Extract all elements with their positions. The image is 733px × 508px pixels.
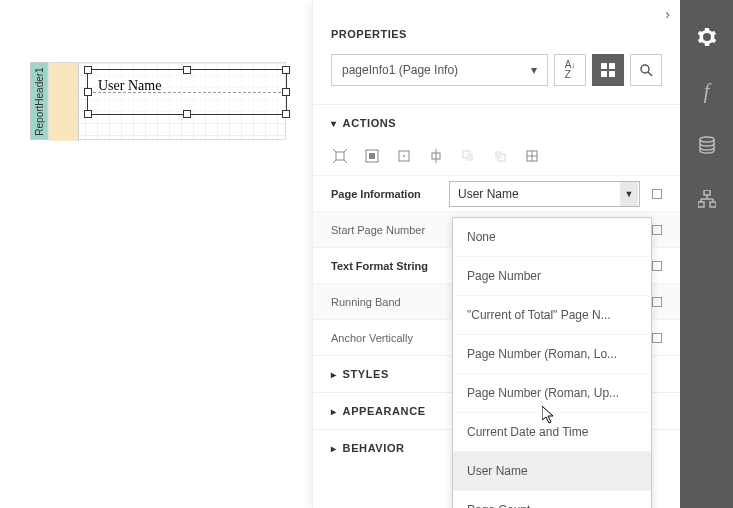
band-header-label[interactable]: ReportHeader1 xyxy=(30,62,48,140)
svg-rect-20 xyxy=(495,151,502,158)
selected-control[interactable]: User Name xyxy=(87,69,287,115)
sort-alpha-button[interactable]: A↓Z xyxy=(554,54,586,86)
properties-tab-button[interactable] xyxy=(692,22,722,52)
fit-bounds-icon[interactable] xyxy=(331,147,349,165)
right-toolbar: f xyxy=(680,0,733,508)
resize-handle-sw[interactable] xyxy=(84,110,92,118)
prop-label: Anchor Vertically xyxy=(331,332,449,344)
panel-collapse-row: › xyxy=(313,0,680,22)
category-view-button[interactable] xyxy=(592,54,624,86)
section-label: ACTIONS xyxy=(343,117,397,129)
section-header-actions[interactable]: ▾ACTIONS xyxy=(313,105,680,141)
svg-rect-2 xyxy=(601,71,607,77)
svg-point-14 xyxy=(403,155,405,157)
design-canvas[interactable]: ReportHeader1 User Name xyxy=(30,62,294,140)
resize-handle-se[interactable] xyxy=(282,110,290,118)
dropdown-value: User Name xyxy=(458,187,519,201)
chevron-down-icon: ▼ xyxy=(620,182,638,206)
dropdown-option[interactable]: None xyxy=(453,218,651,257)
resize-handle-nw[interactable] xyxy=(84,66,92,74)
category-view-icon xyxy=(601,63,615,77)
resize-handle-w[interactable] xyxy=(84,88,92,96)
fit-bounds-parent-icon[interactable] xyxy=(363,147,381,165)
bring-front-icon xyxy=(459,147,477,165)
object-selector-row: pageInfo1 (Page Info) ▾ A↓Z xyxy=(313,54,680,104)
panel-title: PROPERTIES xyxy=(313,22,680,54)
send-back-icon xyxy=(491,147,509,165)
prop-label: Page Information xyxy=(331,188,449,200)
report-explorer-tab-button[interactable] xyxy=(692,184,722,214)
chevron-down-icon: ▾ xyxy=(331,118,337,129)
svg-rect-6 xyxy=(336,152,344,160)
object-selector[interactable]: pageInfo1 (Page Info) ▾ xyxy=(331,54,548,86)
object-selector-text: pageInfo1 (Page Info) xyxy=(342,63,458,77)
page-info-dropdown-list[interactable]: None Page Number "Current of Total" Page… xyxy=(452,217,652,508)
chevron-right-icon: ▸ xyxy=(331,369,337,380)
size-to-grid-icon[interactable] xyxy=(395,147,413,165)
section-label: STYLES xyxy=(343,368,389,380)
sort-alpha-icon: A↓Z xyxy=(565,60,576,80)
search-button[interactable] xyxy=(630,54,662,86)
gear-icon xyxy=(697,27,717,47)
band-body[interactable]: User Name xyxy=(48,62,286,140)
svg-rect-0 xyxy=(601,63,607,69)
chevron-right-icon: ▸ xyxy=(331,443,337,454)
svg-line-10 xyxy=(344,160,347,163)
dropdown-option[interactable]: "Current of Total" Page N... xyxy=(453,296,651,335)
dropdown-option[interactable]: Page Number (Roman, Lo... xyxy=(453,335,651,374)
svg-line-5 xyxy=(648,72,652,76)
expressions-tab-button[interactable]: f xyxy=(692,76,722,106)
dropdown-option-hover[interactable]: User Name xyxy=(453,452,651,491)
svg-point-24 xyxy=(700,137,714,142)
prop-marker[interactable] xyxy=(652,297,662,307)
section-label: APPEARANCE xyxy=(343,405,426,417)
svg-line-7 xyxy=(333,149,336,152)
tree-icon xyxy=(698,190,716,208)
control-midline xyxy=(88,92,286,93)
chevron-right-icon: ▸ xyxy=(331,406,337,417)
svg-rect-26 xyxy=(698,202,704,207)
data-tab-button[interactable] xyxy=(692,130,722,160)
prop-marker[interactable] xyxy=(652,333,662,343)
resize-handle-n[interactable] xyxy=(183,66,191,74)
dropdown-option[interactable]: Page Number xyxy=(453,257,651,296)
page-info-dropdown[interactable]: User Name ▼ xyxy=(449,181,640,207)
band-header-text: ReportHeader1 xyxy=(34,67,45,135)
control-text: User Name xyxy=(88,70,286,102)
prop-marker[interactable] xyxy=(652,225,662,235)
function-icon: f xyxy=(704,80,710,103)
band-margin xyxy=(49,63,79,141)
svg-rect-25 xyxy=(704,190,710,195)
resize-handle-ne[interactable] xyxy=(282,66,290,74)
svg-point-4 xyxy=(641,65,649,73)
svg-rect-3 xyxy=(609,71,615,77)
svg-rect-18 xyxy=(466,154,473,161)
collapse-icon[interactable]: › xyxy=(665,6,670,22)
svg-line-9 xyxy=(333,160,336,163)
cursor-icon xyxy=(542,406,558,426)
dropdown-option[interactable]: Page Count xyxy=(453,491,651,508)
svg-line-8 xyxy=(344,149,347,152)
prop-label: Running Band xyxy=(331,296,449,308)
chevron-down-icon: ▾ xyxy=(531,63,537,77)
database-icon xyxy=(698,136,716,154)
align-grid-icon[interactable] xyxy=(523,147,541,165)
prop-marker[interactable] xyxy=(652,189,662,199)
svg-rect-12 xyxy=(369,153,375,159)
center-horiz-icon[interactable] xyxy=(427,147,445,165)
prop-page-information: Page Information User Name ▼ xyxy=(313,175,680,211)
svg-rect-27 xyxy=(710,202,716,207)
search-icon xyxy=(639,63,653,77)
svg-rect-1 xyxy=(609,63,615,69)
section-label: BEHAVIOR xyxy=(343,442,405,454)
resize-handle-e[interactable] xyxy=(282,88,290,96)
prop-marker[interactable] xyxy=(652,261,662,271)
actions-toolbar xyxy=(313,141,680,175)
prop-label: Text Format String xyxy=(331,260,449,272)
resize-handle-s[interactable] xyxy=(183,110,191,118)
prop-label: Start Page Number xyxy=(331,224,449,236)
